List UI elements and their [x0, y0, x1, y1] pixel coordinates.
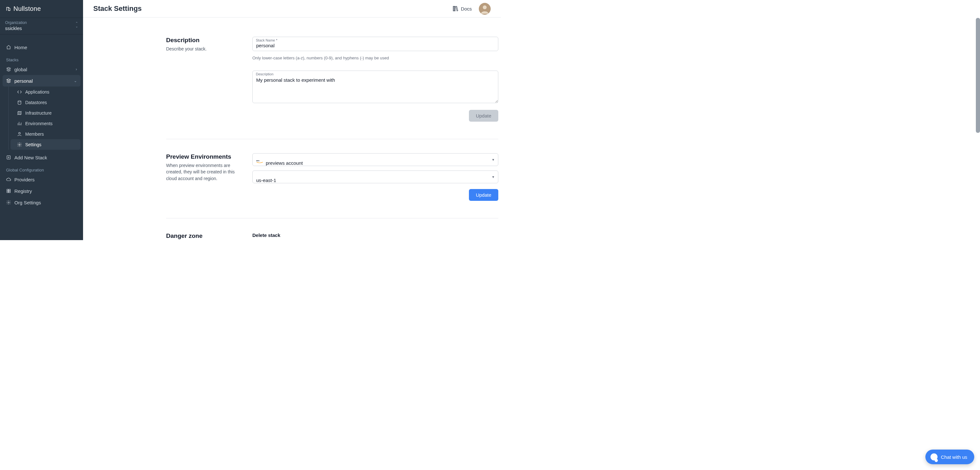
- map-icon: [17, 111, 22, 116]
- sidebar-item-label: global: [14, 67, 27, 72]
- org-selector[interactable]: Organization ssickles ⌃⌄: [0, 17, 83, 35]
- sidebar-sub-applications[interactable]: Applications: [11, 87, 81, 97]
- sidebar-item-personal[interactable]: personal ⌄: [3, 75, 81, 87]
- stack-name-help: Only lower-case letters (a-z), numbers (…: [252, 56, 498, 60]
- svg-point-1: [19, 132, 20, 134]
- svg-point-8: [8, 202, 9, 203]
- region-field: Region * us-east-1 ▾: [252, 170, 498, 183]
- topbar: Stack Settings Docs: [83, 0, 501, 17]
- sidebar-item-label: Datastores: [25, 100, 47, 105]
- sidebar-item-label: Applications: [25, 89, 49, 95]
- database-icon: [17, 100, 22, 105]
- svg-point-0: [18, 100, 21, 102]
- brand-name: Nullstone: [13, 5, 41, 13]
- section-subtitle: Describe your stack.: [166, 46, 245, 52]
- sidebar-sub-settings[interactable]: Settings: [11, 139, 81, 150]
- chevron-up-down-icon: ⌃⌄: [75, 22, 78, 28]
- stack-name-field: Stack Name *: [252, 37, 498, 51]
- global-config-label: Global Configuration: [3, 163, 81, 174]
- sidebar-item-label: personal: [14, 78, 33, 84]
- docs-label: Docs: [461, 6, 472, 11]
- svg-text:aws: aws: [256, 160, 259, 162]
- org-name: ssickles: [5, 25, 78, 31]
- sidebar: Nullstone Organization ssickles ⌃⌄ Home …: [0, 0, 83, 240]
- blocks-icon: [6, 188, 11, 194]
- page-title: Stack Settings: [93, 5, 142, 13]
- sidebar-item-label: Add New Stack: [14, 155, 47, 160]
- content-scroll[interactable]: Description Describe your stack. Stack N…: [83, 17, 501, 240]
- provider-select[interactable]: aws previews account ▾: [252, 153, 498, 166]
- sidebar-item-org-settings[interactable]: Org Settings: [3, 197, 81, 208]
- section-title: Danger zone: [166, 232, 245, 240]
- svg-rect-5: [9, 189, 11, 191]
- provider-field: Provider * aws previews account ▾: [252, 153, 498, 166]
- svg-rect-4: [7, 189, 9, 191]
- nullstone-icon: [6, 6, 11, 11]
- sidebar-nav: Home Stacks global › personal ⌄ Applicat…: [0, 35, 83, 208]
- svg-point-10: [483, 5, 487, 9]
- chevron-down-icon: ▾: [492, 175, 494, 179]
- docs-link[interactable]: Docs: [452, 5, 472, 12]
- section-title: Description: [166, 37, 245, 44]
- svg-point-2: [19, 144, 20, 145]
- region-select[interactable]: us-east-1 ▾: [252, 170, 498, 183]
- section-subtitle: When preview environments are created, t…: [166, 162, 245, 182]
- delete-stack-text: Use the button below to remove this from…: [252, 239, 498, 240]
- sidebar-item-label: Environments: [25, 121, 53, 126]
- sidebar-item-label: Settings: [25, 142, 41, 147]
- aws-icon: aws: [256, 159, 263, 164]
- sidebar-sub-environments[interactable]: Environments: [11, 118, 81, 129]
- gear-icon: [17, 142, 22, 147]
- region-value: us-east-1: [256, 174, 276, 183]
- chart-icon: [17, 121, 22, 126]
- personal-subnav: Applications Datastores Infrastructure E…: [8, 87, 81, 150]
- home-icon: [6, 45, 11, 50]
- description-input[interactable]: [252, 71, 498, 103]
- sidebar-item-providers[interactable]: Providers: [3, 174, 81, 185]
- section-title: Preview Environments: [166, 153, 245, 160]
- delete-stack-title: Delete stack: [252, 232, 498, 238]
- svg-rect-6: [7, 191, 9, 193]
- svg-rect-7: [9, 191, 11, 193]
- chevron-down-icon: ⌄: [74, 79, 77, 83]
- sidebar-item-home[interactable]: Home: [3, 41, 81, 53]
- cloud-icon: [6, 177, 11, 182]
- add-new-stack[interactable]: Add New Stack: [3, 152, 81, 163]
- user-icon: [17, 132, 22, 137]
- plus-square-icon: [6, 155, 11, 160]
- chevron-right-icon: ›: [76, 67, 77, 71]
- brand-logo[interactable]: Nullstone: [0, 0, 83, 17]
- code-icon: [17, 89, 22, 95]
- sidebar-item-label: Registry: [14, 188, 32, 194]
- stacks-section-label: Stacks: [3, 53, 81, 64]
- chevron-down-icon: ▾: [492, 157, 494, 162]
- sidebar-sub-members[interactable]: Members: [11, 129, 81, 139]
- main: Stack Settings Docs Description: [83, 0, 501, 240]
- books-icon: [452, 5, 459, 12]
- sidebar-item-label: Members: [25, 132, 44, 137]
- description-field: Description: [252, 71, 498, 104]
- update-preview-button[interactable]: Update: [469, 189, 498, 201]
- stack-name-input[interactable]: [252, 37, 498, 51]
- sidebar-item-global[interactable]: global ›: [3, 64, 81, 75]
- sidebar-sub-datastores[interactable]: Datastores: [11, 97, 81, 108]
- sidebar-item-label: Providers: [14, 177, 35, 182]
- sidebar-sub-infrastructure[interactable]: Infrastructure: [11, 108, 81, 118]
- org-label: Organization: [5, 21, 78, 25]
- sidebar-item-registry[interactable]: Registry: [3, 185, 81, 197]
- gear-icon: [6, 200, 11, 205]
- section-description: Description Describe your stack. Stack N…: [166, 37, 498, 139]
- sidebar-item-label: Org Settings: [14, 200, 41, 205]
- stack-icon: [6, 67, 11, 72]
- section-danger-zone: Danger zone Take caution. You are about …: [166, 232, 498, 240]
- sidebar-item-label: Home: [14, 45, 27, 50]
- update-description-button[interactable]: Update: [469, 110, 498, 122]
- user-avatar[interactable]: [479, 3, 491, 15]
- section-preview-environments: Preview Environments When preview enviro…: [166, 153, 498, 218]
- provider-value: previews account: [266, 157, 303, 166]
- sidebar-item-label: Infrastructure: [25, 111, 51, 116]
- stack-icon: [6, 78, 11, 83]
